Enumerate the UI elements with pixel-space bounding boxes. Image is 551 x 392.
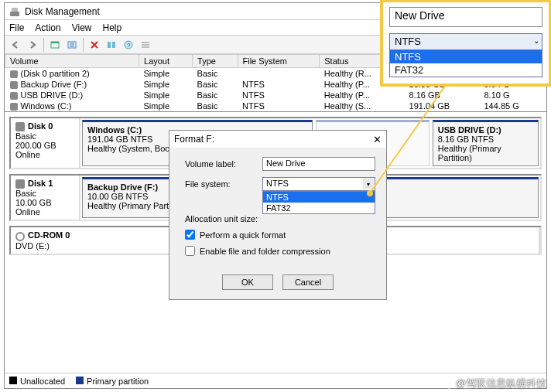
cell: 8.10 G [480, 90, 546, 101]
dropdown-option-ntfs[interactable]: NTFS [263, 192, 375, 203]
file-system-label: File system: [185, 179, 262, 189]
compression-label: Enable file and folder compression [200, 247, 330, 256]
close-icon[interactable]: ✕ [373, 134, 382, 145]
disk-state: Online [15, 207, 40, 216]
svg-point-11 [445, 380, 448, 383]
callout-file-system-combo[interactable]: NTFS ⌄ [389, 33, 542, 50]
cell: Simple [139, 68, 193, 80]
col-layout[interactable]: Layout [139, 55, 193, 68]
cell: Simple [139, 101, 193, 111]
cell: (Disk 0 partition 2) [21, 69, 90, 78]
menu-action[interactable]: Action [35, 22, 60, 33]
disk-drive-letter: DVD (E:) [15, 241, 50, 251]
volume-label-input[interactable]: New Drive [262, 157, 375, 171]
dialog-titlebar: Format F: ✕ [169, 131, 386, 148]
cell: 191.04 GB [405, 101, 480, 111]
callout-dropdown: NTFS FAT32 [389, 50, 542, 77]
cell: Healthy (S... [320, 101, 405, 111]
file-system-dropdown: NTFS FAT32 [262, 191, 375, 214]
svg-text:?: ? [127, 42, 131, 49]
cell: Basic [193, 79, 238, 90]
quick-format-checkbox[interactable] [185, 230, 195, 240]
volume-icon [10, 81, 18, 89]
svg-rect-1 [12, 8, 18, 12]
disk-size: 200.00 GB [15, 141, 56, 150]
svg-rect-0 [10, 12, 19, 16]
disk-type: Basic [15, 189, 36, 198]
back-icon[interactable] [8, 37, 23, 53]
cell: 144.85 G [480, 101, 546, 111]
swatch-black [9, 377, 17, 384]
settings-icon[interactable] [104, 37, 119, 53]
properties-icon[interactable] [47, 37, 63, 53]
refresh-icon[interactable] [64, 37, 80, 53]
partition[interactable]: USB DRIVE (D:) 8.16 GB NTFS Healthy (Pri… [433, 120, 539, 166]
divider [83, 38, 84, 52]
swatch-blue [76, 377, 84, 384]
partition-state: Healthy (Primary Partition) [438, 144, 501, 162]
svg-point-15 [447, 384, 451, 388]
menu-help[interactable]: Help [103, 22, 122, 33]
cdrom-icon [15, 232, 25, 241]
cell [238, 68, 320, 80]
ok-button[interactable]: OK [222, 274, 273, 290]
callout-volume-label-input[interactable]: New Drive [389, 7, 542, 27]
callout-option-fat32[interactable]: FAT32 [390, 63, 542, 77]
svg-rect-6 [112, 42, 115, 48]
col-fs[interactable]: File System [238, 55, 320, 68]
format-dialog: Format F: ✕ Volume label: New Drive File… [169, 130, 387, 300]
disk-label[interactable]: Disk 0 Basic 200.00 GB Online [11, 118, 80, 168]
partition-size: 8.16 GB NTFS [438, 135, 494, 144]
list-icon[interactable] [138, 37, 153, 53]
partition-size: 191.04 GB NTFS [87, 135, 152, 144]
disk-state: Online [15, 150, 40, 159]
table-row[interactable]: Windows (C:) Simple Basic NTFS Healthy (… [5, 101, 546, 111]
svg-rect-5 [108, 42, 111, 48]
cell: NTFS [238, 79, 320, 90]
partition-title: USB DRIVE (D:) [438, 125, 501, 135]
cell: USB DRIVE (D:) [21, 90, 84, 100]
paw-icon [443, 379, 454, 390]
table-row[interactable]: USB DRIVE (D:) Simple Basic NTFS Healthy… [5, 90, 546, 101]
compression-checkbox[interactable] [185, 246, 195, 256]
partition-title: Windows (C:) [87, 125, 142, 135]
cell: Backup Drive (F:) [21, 80, 87, 89]
volume-icon [10, 103, 18, 111]
watermark: @驾驭信息纵横科技 [443, 377, 546, 390]
cell: Basic [193, 90, 238, 101]
chevron-down-icon: ⌄ [533, 36, 539, 45]
disk-type: Basic [15, 131, 36, 141]
col-volume[interactable]: Volume [5, 55, 139, 68]
file-system-combo[interactable]: NTFS ▾ NTFS FAT32 [262, 177, 375, 191]
cell: Basic [193, 68, 238, 80]
disk-icon [15, 179, 25, 189]
delete-icon[interactable] [87, 37, 102, 53]
forward-icon[interactable] [25, 37, 40, 53]
cell: Windows (C:) [21, 101, 72, 111]
col-type[interactable]: Type [193, 55, 238, 68]
menu-view[interactable]: View [72, 22, 92, 33]
legend-unallocated: Unallocated [9, 377, 65, 386]
partition-title: Backup Drive (F:) [87, 182, 158, 192]
cell: NTFS [238, 101, 320, 111]
window-title: Disk Management [25, 6, 100, 17]
help-icon[interactable]: ? [121, 37, 136, 53]
svg-point-12 [450, 380, 453, 383]
cell: 8.16 GB [405, 90, 480, 101]
cell: Healthy (P... [320, 90, 405, 101]
disk-size: 10.00 GB [15, 198, 51, 207]
dropdown-option-fat32[interactable]: FAT32 [263, 203, 375, 213]
cancel-button[interactable]: Cancel [282, 274, 334, 290]
svg-rect-3 [51, 42, 59, 43]
cell: Basic [193, 101, 238, 111]
cell: Simple [139, 79, 193, 90]
disk-label[interactable]: Disk 1 Basic 10.00 GB Online [11, 176, 80, 220]
cell: NTFS [238, 90, 320, 101]
menu-file[interactable]: File [9, 22, 24, 33]
app-icon [9, 6, 20, 17]
disk-name: Disk 1 [28, 179, 53, 188]
disk-name: Disk 0 [28, 121, 53, 131]
volume-label-label: Volume label: [185, 159, 262, 169]
callout-option-ntfs[interactable]: NTFS [390, 50, 542, 63]
divider [43, 38, 44, 52]
